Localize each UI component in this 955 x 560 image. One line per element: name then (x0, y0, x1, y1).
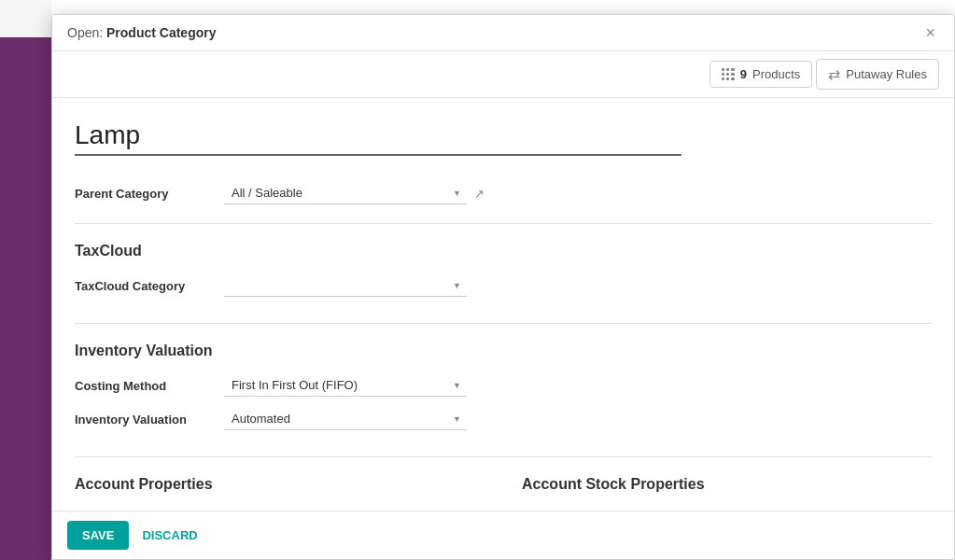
account-properties-title: Account Properties (75, 476, 485, 493)
modal-header: Open: Product Category × (52, 15, 954, 51)
modal-footer: SAVE DISCARD (52, 511, 954, 559)
taxcloud-section: TaxCloud TaxCloud Category (75, 243, 932, 297)
parent-category-select[interactable]: All / Saleable (224, 182, 467, 204)
modal-title: Open: Product Category (67, 25, 217, 40)
costing-method-label: Costing Method (75, 379, 224, 393)
discard-button[interactable]: DISCARD (138, 521, 201, 550)
stock-valuation-select-wrapper: 110100 Stock Valuation (671, 508, 914, 511)
taxcloud-category-select[interactable] (224, 274, 467, 297)
divider-2 (75, 323, 932, 324)
parent-category-external-link[interactable]: ↗ (474, 187, 485, 201)
divider-3 (75, 456, 932, 457)
inventory-section: Inventory Valuation Costing Method First… (75, 343, 932, 430)
sidebar (0, 37, 51, 560)
save-button[interactable]: SAVE (67, 521, 129, 550)
modal-body: Parent Category All / Saleable ↗ TaxClou… (52, 98, 954, 511)
parent-category-row: Parent Category All / Saleable ↗ (75, 182, 932, 204)
account-properties-col: Account Properties Price Difference Acco… (75, 476, 485, 511)
shuffle-icon: ⇄ (828, 65, 840, 83)
inventory-section-title: Inventory Valuation (75, 343, 932, 359)
grid-icon (722, 68, 735, 81)
taxcloud-category-select-wrapper (224, 274, 467, 297)
products-label: Products (752, 67, 800, 81)
putaway-label: Putaway Rules (846, 67, 927, 81)
category-name-section (75, 117, 932, 156)
inventory-valuation-select-wrapper: Automated (224, 408, 467, 430)
costing-method-select-wrapper: First In First Out (FIFO) (224, 374, 467, 397)
inventory-valuation-select[interactable]: Automated (224, 408, 467, 430)
stock-valuation-select[interactable]: 110100 Stock Valuation (671, 508, 914, 511)
account-stock-col: Account Stock Properties Stock Valuation… (522, 476, 932, 511)
parent-category-value-wrapper: All / Saleable ↗ (224, 182, 485, 204)
taxcloud-category-label: TaxCloud Category (75, 279, 224, 293)
account-stock-title: Account Stock Properties (522, 476, 932, 493)
price-difference-select-wrapper (224, 508, 467, 511)
products-button[interactable]: 9 Products (709, 61, 813, 88)
modal-dialog: Open: Product Category × 9 Products ⇄ Pu… (51, 14, 955, 560)
modal-close-button[interactable]: × (921, 24, 939, 41)
parent-category-label: Parent Category (75, 187, 224, 201)
putaway-rules-button[interactable]: ⇄ Putaway Rules (816, 59, 939, 90)
account-properties-grid: Account Properties Price Difference Acco… (75, 476, 932, 511)
price-difference-select[interactable] (224, 508, 467, 511)
inventory-valuation-row: Inventory Valuation Automated (75, 408, 932, 430)
inventory-valuation-label: Inventory Valuation (75, 413, 224, 427)
parent-category-select-wrapper: All / Saleable (224, 182, 467, 204)
taxcloud-section-title: TaxCloud (75, 243, 932, 259)
stock-valuation-value-wrapper: 110100 Stock Valuation ↗ (671, 508, 932, 511)
category-name-input[interactable] (75, 117, 681, 156)
taxcloud-category-row: TaxCloud Category (75, 274, 932, 297)
modal-toolbar: 9 Products ⇄ Putaway Rules (52, 51, 954, 98)
products-count: 9 (740, 67, 747, 81)
costing-method-select[interactable]: First In First Out (FIFO) (224, 374, 467, 397)
divider-1 (75, 223, 932, 224)
costing-method-row: Costing Method First In First Out (FIFO) (75, 374, 932, 397)
